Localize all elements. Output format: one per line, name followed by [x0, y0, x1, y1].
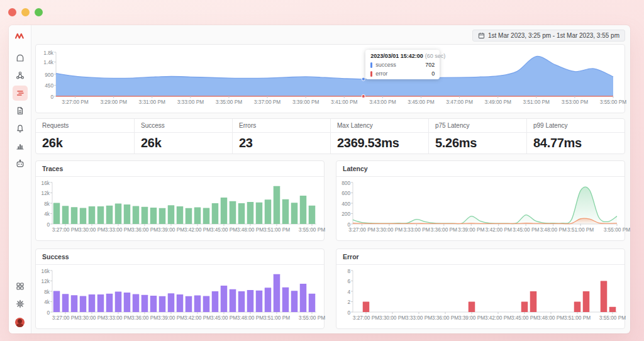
y-tick-label: 12k	[36, 190, 50, 196]
y-tick-label: 8	[336, 268, 350, 274]
tooltip-row-success: success 702	[370, 62, 435, 68]
date-range-picker[interactable]: 1st Mar 2023, 3:25 pm - 1st Mar 2023, 3:…	[472, 30, 625, 42]
success-bar-chart[interactable]: 04k8k12k16k3:27:00 PM3:30:00 PM3:33:00 P…	[36, 267, 324, 323]
stat-label-requests: Requests	[36, 119, 134, 132]
stat-value-errors: 23	[232, 133, 330, 154]
minimize-window-button[interactable]	[21, 8, 30, 16]
sidebar-item-apm-traces[interactable]	[13, 86, 28, 101]
traces-panel: Traces 04k8k12k16k3:27:00 PM3:30:00 PM3:…	[35, 160, 325, 241]
y-tick-label: 1.4k	[40, 59, 53, 65]
sidebar-item-apps[interactable]	[13, 279, 28, 294]
sidebar-item-home[interactable]	[13, 50, 28, 65]
y-tick-label: 400	[336, 201, 350, 207]
success-chip	[370, 62, 372, 68]
tooltip-window: (60 sec)	[425, 53, 446, 59]
sidebar-item-assistant[interactable]	[13, 156, 28, 171]
y-tick-label: 16k	[36, 180, 50, 186]
calendar-icon	[478, 32, 485, 39]
requests-timeseries-card: 04509001.4k1.8k3:27:00 PM3:29:00 PM3:31:…	[35, 44, 625, 113]
x-tick-label: 3:55:00 PM	[590, 99, 630, 105]
y-tick-label: 4k	[36, 211, 50, 217]
sidebar-item-reports[interactable]	[13, 138, 28, 154]
error-chip	[370, 71, 372, 77]
trace-list-icon	[15, 88, 25, 98]
nodes-icon	[15, 70, 25, 81]
stat-value-success: 26k	[134, 133, 232, 154]
app-window: 1st Mar 2023, 3:25 pm - 1st Mar 2023, 3:…	[9, 25, 630, 333]
sidebar-item-logs[interactable]	[13, 103, 28, 118]
x-tick-label: 3:55:00 PM	[589, 315, 630, 321]
chart-tooltip: 2023/03/01 15:42:00(60 sec) success 702 …	[365, 50, 440, 79]
sidebar-item-infrastructure[interactable]	[13, 68, 28, 83]
error-panel: Error 024683:27:00 PM3:30:00 PM3:33:00 P…	[336, 249, 625, 329]
y-tick-label: 1.8k	[40, 50, 53, 56]
y-tick-label: 450	[40, 82, 53, 89]
stat-label-errors: Errors	[232, 119, 330, 132]
zoom-window-button[interactable]	[35, 8, 43, 16]
stat-label-p99-latency: p99 Latency	[526, 119, 625, 132]
y-tick-label: 8k	[36, 201, 50, 207]
tooltip-success-value: 702	[425, 62, 435, 68]
home-icon	[15, 53, 25, 63]
y-tick-label: 4k	[36, 299, 50, 305]
gear-icon	[15, 299, 25, 309]
y-tick-label: 16k	[36, 268, 50, 274]
topbar: 1st Mar 2023, 3:25 pm - 1st Mar 2023, 3:…	[35, 28, 625, 43]
document-icon	[15, 106, 25, 116]
latency-panel: Latency 02004006008003:27:00 PM3:30:00 P…	[336, 160, 625, 241]
stat-label-success: Success	[134, 119, 232, 132]
requests-area-chart[interactable]: 04509001.4k1.8k3:27:00 PM3:29:00 PM3:31:…	[40, 47, 621, 108]
tooltip-timestamp: 2023/03/01 15:42:00	[370, 53, 423, 59]
stats-summary: Requests Success Errors Max Latency p75 …	[35, 118, 625, 154]
date-range-label: 1st Mar 2023, 3:25 pm - 1st Mar 2023, 3:…	[488, 32, 619, 39]
bot-icon	[15, 159, 25, 169]
y-tick-label: 800	[336, 180, 350, 186]
sidebar	[9, 25, 31, 333]
y-tick-label: 900	[40, 72, 53, 78]
stat-value-max-latency: 2369.53ms	[330, 133, 428, 154]
bar-chart-icon	[15, 141, 25, 151]
x-tick-label: 3:55:00 PM	[289, 315, 335, 321]
tooltip-error-value: 0	[431, 70, 435, 77]
stat-value-p99-latency: 84.77ms	[526, 133, 625, 154]
bell-icon	[15, 123, 25, 133]
main-content: 1st Mar 2023, 3:25 pm - 1st Mar 2023, 3:…	[31, 25, 630, 333]
error-panel-title: Error	[336, 249, 625, 265]
y-tick-label: 4	[336, 289, 350, 295]
x-tick-label: 3:55:00 PM	[594, 226, 630, 233]
stat-label-p75-latency: p75 Latency	[428, 119, 526, 132]
y-tick-label: 6	[336, 278, 350, 284]
y-tick-label: 600	[336, 190, 350, 196]
sidebar-item-settings[interactable]	[13, 296, 28, 311]
latency-panel-title: Latency	[336, 161, 625, 177]
stat-label-max-latency: Max Latency	[330, 119, 428, 132]
close-window-button[interactable]	[8, 8, 16, 16]
tooltip-success-label: success	[375, 62, 396, 68]
success-panel: Success 04k8k12k16k3:27:00 PM3:30:00 PM3…	[35, 249, 325, 329]
user-avatar[interactable]	[15, 318, 25, 327]
middleware-logo-icon	[14, 31, 25, 43]
y-tick-label: 8k	[36, 289, 50, 295]
y-tick-label: 12k	[36, 278, 50, 284]
stat-value-requests: 26k	[36, 133, 134, 154]
success-panel-title: Success	[36, 249, 324, 265]
error-bar-chart[interactable]: 024683:27:00 PM3:30:00 PM3:33:00 PM3:36:…	[336, 267, 625, 323]
traces-panel-title: Traces	[36, 161, 324, 177]
grid-icon	[15, 281, 25, 291]
y-tick-label: 200	[336, 211, 350, 217]
sidebar-item-alerts[interactable]	[13, 121, 28, 136]
stat-value-p75-latency: 5.26ms	[428, 133, 526, 154]
x-tick-label: 3:55:00 PM	[289, 226, 335, 233]
latency-area-chart[interactable]: 02004006008003:27:00 PM3:30:00 PM3:33:00…	[336, 179, 625, 235]
window-controls	[8, 8, 43, 16]
chart-grid: Traces 04k8k12k16k3:27:00 PM3:30:00 PM3:…	[35, 160, 625, 329]
tooltip-row-error: error 0	[370, 70, 435, 77]
traces-bar-chart[interactable]: 04k8k12k16k3:27:00 PM3:30:00 PM3:33:00 P…	[36, 179, 324, 235]
y-tick-label: 2	[336, 299, 350, 305]
tooltip-error-label: error	[375, 70, 387, 77]
